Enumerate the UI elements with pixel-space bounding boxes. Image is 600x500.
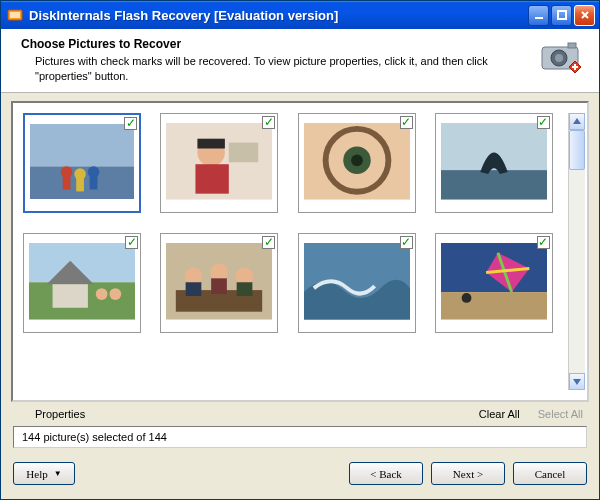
window-title: DiskInternals Flash Recovery [Evaluation… [29,8,528,23]
camera-recovery-icon [539,37,585,77]
minimize-button[interactable] [528,5,549,26]
checkmark-icon[interactable]: ✓ [537,116,550,129]
scroll-thumb[interactable] [569,130,585,170]
thumbnail-image [304,243,410,322]
titlebar[interactable]: DiskInternals Flash Recovery [Evaluation… [1,1,599,29]
thumbnail-image [441,123,547,202]
svg-rect-21 [196,165,229,194]
svg-rect-28 [441,171,547,200]
chevron-down-icon: ▼ [54,469,62,478]
wizard-header: Choose Pictures to Recover Pictures with… [1,29,599,93]
thumbnail-image [441,243,547,322]
window-controls [528,5,595,26]
selection-status: 144 picture(s) selected of 144 [13,426,587,448]
svg-rect-2 [535,17,543,19]
svg-rect-41 [237,283,253,297]
app-window: DiskInternals Flash Recovery [Evaluation… [0,0,600,500]
svg-rect-1 [10,12,20,18]
svg-point-26 [351,155,363,167]
checkmark-icon[interactable]: ✓ [537,236,550,249]
checkmark-icon[interactable]: ✓ [125,236,138,249]
thumbnail-image [29,243,135,322]
close-button[interactable] [574,5,595,26]
maximize-button[interactable] [551,5,572,26]
svg-point-45 [461,293,471,303]
wizard-header-text: Choose Pictures to Recover Pictures with… [21,37,531,84]
svg-rect-20 [198,139,225,149]
thumbnail-item[interactable]: ✓ [160,113,278,213]
thumbnail-image [166,243,272,322]
thumbnail-item[interactable]: ✓ [23,233,141,333]
thumbnail-item[interactable]: ✓ [435,113,553,213]
thumbnail-item[interactable]: ✓ [160,233,278,333]
svg-rect-9 [572,66,578,68]
svg-rect-40 [211,279,227,295]
app-icon [7,7,23,23]
checkmark-icon[interactable]: ✓ [124,117,137,130]
checkmark-icon[interactable]: ✓ [262,236,275,249]
scroll-up-button[interactable] [569,113,585,130]
thumbnail-item[interactable]: ✓ [298,113,416,213]
thumbnail-item[interactable]: ✓ [435,233,553,333]
thumbnail-image [304,123,410,202]
vertical-scrollbar[interactable] [568,113,585,390]
help-button-label: Help [26,468,47,480]
svg-rect-22 [229,143,258,163]
wizard-description: Pictures with check marks will be recove… [35,54,531,84]
action-link-row: Properties Clear All Select All [1,402,599,424]
svg-rect-15 [63,176,71,189]
wizard-heading: Choose Pictures to Recover [21,37,531,51]
clear-all-link[interactable]: Clear All [479,408,520,420]
svg-rect-16 [76,178,84,191]
back-button[interactable]: < Back [349,462,423,485]
svg-rect-31 [53,285,88,309]
svg-point-33 [109,289,121,301]
cancel-button[interactable]: Cancel [513,462,587,485]
wizard-button-row: Help ▼ < Back Next > Cancel [1,448,599,499]
thumbnail-image [30,124,134,201]
thumbnail-image [166,123,272,202]
scroll-down-button[interactable] [569,373,585,390]
checkmark-icon[interactable]: ✓ [262,116,275,129]
properties-link[interactable]: Properties [35,408,85,420]
svg-point-32 [96,289,108,301]
scroll-track[interactable] [569,130,585,373]
svg-point-7 [555,54,563,62]
checkmark-icon[interactable]: ✓ [400,116,413,129]
next-button[interactable]: Next > [431,462,505,485]
svg-rect-10 [30,124,134,166]
thumbnail-panel: ✓✓✓✓✓✓✓✓ [11,101,589,402]
svg-rect-3 [558,11,566,19]
help-button[interactable]: Help ▼ [13,462,75,485]
thumbnail-item[interactable]: ✓ [298,233,416,333]
select-all-link[interactable]: Select All [538,408,583,420]
svg-rect-44 [441,292,547,319]
checkmark-icon[interactable]: ✓ [400,236,413,249]
svg-rect-5 [568,43,576,48]
svg-rect-39 [186,283,202,297]
svg-rect-17 [90,176,98,189]
thumbnail-grid: ✓✓✓✓✓✓✓✓ [23,113,568,390]
thumbnail-item[interactable]: ✓ [23,113,141,213]
